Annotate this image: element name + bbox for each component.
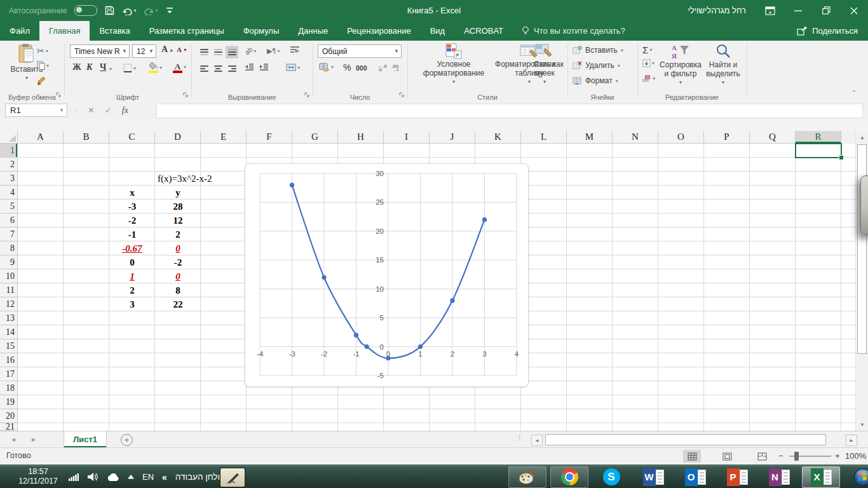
format-painter-button[interactable]: [37, 76, 46, 85]
column-header-D[interactable]: D: [155, 131, 201, 144]
undo-icon[interactable]: ▾: [122, 6, 136, 15]
column-header-B[interactable]: B: [64, 131, 109, 144]
taskbar-app-onenote[interactable]: N: [760, 466, 798, 488]
align-center-button[interactable]: [212, 62, 224, 75]
column-header-L[interactable]: L: [521, 131, 567, 144]
number-format-caret[interactable]: ▼: [392, 48, 401, 54]
font-color-button[interactable]: A ▾: [173, 62, 186, 72]
row-header-1[interactable]: 1: [0, 144, 18, 158]
column-header-Q[interactable]: Q: [750, 131, 796, 144]
hidden-icons-chevron[interactable]: [128, 475, 134, 479]
row-header-9[interactable]: 9: [0, 255, 18, 269]
onedrive-cloud-icon[interactable]: [107, 473, 119, 482]
new-sheet-button[interactable]: +: [121, 434, 133, 446]
clipboard-dialog-launcher[interactable]: [56, 91, 62, 100]
font-size-caret[interactable]: ▼: [147, 48, 156, 54]
desktop-toolbar-label[interactable]: שולחן העבודה: [175, 472, 226, 482]
row-header-16[interactable]: 16: [0, 353, 18, 367]
clear-button[interactable]: ▾: [642, 74, 655, 82]
merge-center-button[interactable]: ▾: [286, 64, 300, 71]
pen-input-button[interactable]: [220, 468, 245, 487]
increase-font-button[interactable]: A▲: [161, 44, 173, 55]
cell-y-value[interactable]: 12: [155, 214, 201, 227]
column-header-N[interactable]: N: [613, 131, 658, 144]
underline-caret[interactable]: ▾: [109, 66, 112, 72]
formula-input[interactable]: [156, 104, 863, 118]
cell-x-value[interactable]: -1: [109, 227, 155, 241]
cell-x-value[interactable]: -0.67: [109, 241, 155, 255]
cell-y-value[interactable]: 28: [155, 200, 201, 214]
cell-x-value[interactable]: 0: [109, 255, 155, 269]
toolbar-chevron[interactable]: «: [162, 472, 167, 482]
borders-button[interactable]: ▾: [123, 64, 136, 72]
align-top-button[interactable]: [198, 46, 210, 58]
zoom-out-icon[interactable]: −: [778, 451, 783, 461]
sheet-prev-icon[interactable]: ◄: [10, 436, 17, 443]
taskbar-app-paint[interactable]: [508, 466, 546, 488]
align-left-button[interactable]: [198, 62, 210, 75]
column-header-C[interactable]: C: [109, 131, 155, 144]
user-name[interactable]: רחל מגרהלישוילי: [677, 6, 756, 15]
paste-dropdown-caret[interactable]: ▾: [25, 74, 28, 83]
row-header-4[interactable]: 4: [0, 186, 18, 200]
ribbon-display-options-icon[interactable]: [756, 0, 784, 21]
decrease-indent-button[interactable]: [245, 64, 254, 71]
row-header-10[interactable]: 10: [0, 269, 18, 283]
conditional-formatting-caret[interactable]: ▾: [452, 78, 455, 86]
row-header-18[interactable]: 18: [0, 381, 18, 395]
column-header-M[interactable]: M: [567, 131, 613, 144]
row-header-7[interactable]: 7: [0, 227, 18, 241]
cell-y-value[interactable]: 0: [155, 269, 201, 283]
page-layout-view-icon[interactable]: [718, 450, 736, 463]
find-select-button[interactable]: Найти и выделить ▾: [703, 43, 743, 87]
edge-handle[interactable]: [860, 175, 868, 235]
ribbon-tab-файл[interactable]: Файл: [0, 21, 39, 41]
row-header-2[interactable]: 2: [0, 158, 18, 172]
underline-button[interactable]: Ч: [100, 62, 106, 72]
cell-y-value[interactable]: 8: [155, 283, 201, 297]
accounting-format-button[interactable]: ▾: [319, 62, 334, 72]
customize-qat-icon[interactable]: [166, 6, 173, 15]
redo-dropdown-caret[interactable]: ▾: [156, 8, 158, 13]
bold-button[interactable]: Ж: [72, 62, 81, 72]
column-header-I[interactable]: I: [384, 131, 430, 144]
fill-button[interactable]: ▾: [642, 59, 654, 67]
alignment-dialog-launcher[interactable]: [304, 91, 310, 100]
ribbon-tab-разметка-страницы[interactable]: Разметка страницы: [140, 21, 234, 41]
select-all-corner[interactable]: [0, 131, 18, 144]
row-header-12[interactable]: 12: [0, 297, 18, 311]
cell-x-value[interactable]: 1: [109, 269, 155, 283]
wrap-text-button[interactable]: [290, 46, 300, 55]
column-header-H[interactable]: H: [338, 131, 384, 144]
scroll-right-icon[interactable]: ►: [846, 435, 857, 446]
number-format-combo[interactable]: Общий▼: [318, 44, 402, 58]
column-header-J[interactable]: J: [430, 131, 475, 144]
fill-handle[interactable]: [839, 155, 844, 160]
zoom-level[interactable]: 100%: [845, 451, 866, 461]
increase-decimal-button[interactable]: ←.000: [377, 62, 389, 71]
cancel-icon[interactable]: ✕: [88, 105, 95, 115]
column-header-E[interactable]: E: [201, 131, 247, 144]
cell-x-value[interactable]: 2: [109, 283, 155, 297]
font-size-combo[interactable]: 12▼: [132, 44, 156, 58]
close-button[interactable]: [840, 0, 868, 21]
cell-y-value[interactable]: 0: [155, 241, 201, 255]
row-header-13[interactable]: 13: [0, 311, 18, 325]
cell-y-value[interactable]: 22: [155, 297, 201, 311]
language-indicator[interactable]: EN: [142, 472, 154, 482]
sort-filter-caret[interactable]: ▾: [679, 78, 682, 87]
redo-icon[interactable]: ▾: [144, 6, 158, 15]
fill-color-button[interactable]: ▾: [149, 62, 162, 72]
insert-cells-button[interactable]: Вставить▾: [573, 46, 623, 55]
sheet-tab-list1[interactable]: Лист1: [64, 431, 107, 447]
undo-dropdown-caret[interactable]: ▾: [133, 8, 136, 13]
ribbon-tab-вид[interactable]: Вид: [421, 21, 455, 41]
name-box[interactable]: R1 ▼: [5, 104, 67, 117]
column-header-P[interactable]: P: [704, 131, 750, 144]
normal-view-icon[interactable]: [683, 450, 701, 463]
row-header-8[interactable]: 8: [0, 241, 18, 255]
name-box-caret[interactable]: ▼: [59, 107, 67, 113]
row-header-21[interactable]: 21: [0, 423, 18, 431]
zoom-slider-thumb[interactable]: [794, 452, 799, 461]
font-name-combo[interactable]: Times New Roma▼: [70, 44, 130, 58]
